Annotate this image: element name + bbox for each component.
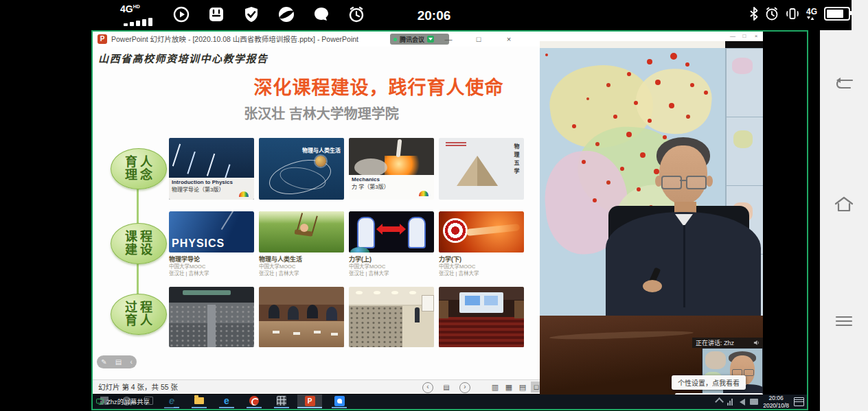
maximize-button[interactable]: □ — [468, 32, 489, 47]
taskbar-file-explorer[interactable] — [189, 395, 209, 407]
ime-icon[interactable] — [750, 399, 758, 405]
physics-wordmark: PHYSICS — [172, 237, 225, 250]
side-wall-left — [439, 301, 448, 318]
taskbar-edge[interactable]: e — [216, 395, 237, 407]
slide-sorter-button[interactable]: ▦ — [503, 381, 514, 392]
publisher-logo-icon — [419, 191, 429, 196]
red-seats — [439, 317, 524, 347]
speaker-icon — [753, 340, 760, 346]
rocket-left — [357, 217, 375, 248]
screen-left — [465, 296, 480, 305]
screen-right — [484, 296, 498, 305]
inset-map — [732, 58, 753, 74]
next-slide-button[interactable]: › — [459, 382, 470, 393]
close-button[interactable]: × — [499, 32, 519, 47]
seated-people — [269, 305, 279, 318]
slide-canvas: 山西省高校师资培训中心教学报告 深化课程建设，践行育人使命 张汉壮 吉林大学物理… — [93, 47, 540, 379]
minimize-button[interactable]: — — [727, 32, 738, 41]
slide-subtitle: 张汉壮 吉林大学物理学院 — [230, 103, 413, 123]
child-figure — [300, 224, 308, 232]
tray-clock[interactable]: 20:06 2020/10/8 — [763, 395, 789, 408]
rocket-right — [408, 217, 426, 248]
lecturer-figure — [415, 307, 420, 322]
back-icon — [834, 76, 854, 91]
shield-check-icon — [243, 6, 260, 23]
mooc-card-image — [349, 211, 434, 253]
taskbar-grid-app[interactable] — [271, 395, 292, 407]
presenter-face — [659, 145, 707, 204]
mooc-card-physics-intro[interactable]: PHYSICS 物理学导论 中国大学MOOC 张汉壮 | 吉林大学 — [169, 211, 254, 277]
ceiling-lights — [356, 291, 363, 294]
mooc-caption: 物理与人类生活 中国大学MOOC 张汉壮 | 吉林大学 — [259, 253, 344, 277]
presenter-ear — [706, 176, 713, 187]
running-indicator — [274, 407, 289, 408]
meeting-window-title-bar: — □ × — [540, 32, 763, 41]
oval-education-concept: 育人理念 — [111, 148, 167, 189]
menu-icon[interactable]: ▤ — [115, 358, 122, 366]
slide-header: 山西省高校师资培训中心教学报告 — [98, 51, 269, 65]
meeting-app-icon — [334, 396, 345, 406]
collapse-icon[interactable]: ‹ — [130, 358, 133, 366]
mooc-card-physics-life[interactable]: 物理与人类生活 中国大学MOOC 张汉壮 | 吉林大学 — [259, 211, 344, 277]
phone-status-bar: 4GHD 20:06 4G — [0, 0, 852, 30]
taskbar-red-app[interactable] — [244, 395, 264, 407]
alarm-status-icon — [765, 7, 779, 21]
network-icon[interactable] — [727, 398, 735, 406]
maximize-button[interactable]: □ — [739, 32, 750, 41]
nav-home-button[interactable] — [828, 191, 860, 218]
textbook-covers-row: Introduction to Physics 物理学导论（第3版） 物理与人类… — [169, 138, 524, 200]
view-buttons-group: ▥ ▦ ▤ □ — [490, 381, 542, 392]
share-monitor-icon — [96, 399, 104, 405]
planet-icon — [315, 156, 326, 167]
oval-course-construction: 课程建设 — [111, 223, 167, 264]
stage-screen-area — [459, 292, 503, 313]
mooc-card-mechanics-1[interactable]: 力学(上) 中国大学MOOC 张汉壮 | 吉林大学 — [349, 211, 434, 277]
window-title: PowerPoint 幻灯片放映 - [2020.10.08 山西省教师培训报告… — [111, 32, 358, 47]
running-indicator — [247, 407, 262, 408]
taskbar-meeting-app[interactable] — [329, 395, 350, 407]
network-4g-icon: 4G — [806, 7, 817, 21]
pen-icon[interactable]: ✎ — [101, 358, 106, 366]
taskbar-powerpoint-active[interactable]: P — [297, 395, 322, 407]
rocket-photo — [349, 138, 434, 175]
bluetooth-icon — [750, 7, 758, 21]
slideshow-toolbar-pill[interactable]: ✎ ▤ ‹ — [97, 355, 137, 368]
chat-bubble-icon — [313, 6, 330, 23]
close-button[interactable]: × — [751, 32, 762, 41]
screen-share-label: Zhz的屏幕共享 — [93, 395, 174, 408]
normal-view-button[interactable]: ▥ — [490, 381, 501, 392]
notification-icons — [173, 6, 365, 23]
notes-button[interactable]: ▤ — [441, 382, 452, 393]
nav-menu-button[interactable] — [828, 307, 860, 335]
tray-date: 2020/10/8 — [763, 402, 789, 409]
mooc-card-mechanics-2[interactable]: 力学(下) 中国大学MOOC 张汉壮 | 吉林大学 — [439, 211, 524, 277]
edge-icon: e — [224, 395, 229, 406]
meeting-pill-badge — [427, 36, 434, 43]
vibrate-icon — [786, 7, 799, 21]
hidden-icons-chevron[interactable] — [715, 397, 724, 406]
smoke-cloud — [354, 158, 387, 175]
active-indicator — [297, 407, 322, 408]
mooc-card-image — [439, 211, 524, 253]
tray-time: 20:06 — [763, 395, 789, 401]
presenter-hand — [643, 280, 662, 292]
powerpoint-icon: P — [305, 396, 315, 406]
jacket-line — [683, 225, 685, 307]
meeting-status-dot — [393, 38, 397, 41]
previous-slide-button[interactable]: ‹ — [422, 382, 433, 393]
publisher-logo-icon — [239, 191, 249, 197]
volume-icon[interactable] — [740, 399, 745, 406]
minimize-button[interactable]: — — [438, 32, 459, 47]
conference-table — [259, 321, 344, 347]
oval-process-education: 过程育人 — [111, 294, 167, 335]
speaking-label: 正在讲话: Zhz — [696, 338, 734, 347]
menu-icon — [834, 315, 854, 327]
action-center-icon[interactable] — [794, 397, 804, 406]
personalization-tooltip[interactable]: 个性设置，点我看看 — [672, 375, 746, 390]
running-indicator — [192, 407, 207, 408]
nav-back-button[interactable] — [828, 70, 860, 97]
thumb-glasses — [744, 369, 754, 376]
battery-icon — [824, 7, 850, 21]
ppt-status-bar: 幻灯片 第 4 张，共 55 张 ‹ ▤ › ▥ ▦ ▤ □ — [93, 379, 540, 394]
reading-view-button[interactable]: ▤ — [517, 381, 528, 392]
